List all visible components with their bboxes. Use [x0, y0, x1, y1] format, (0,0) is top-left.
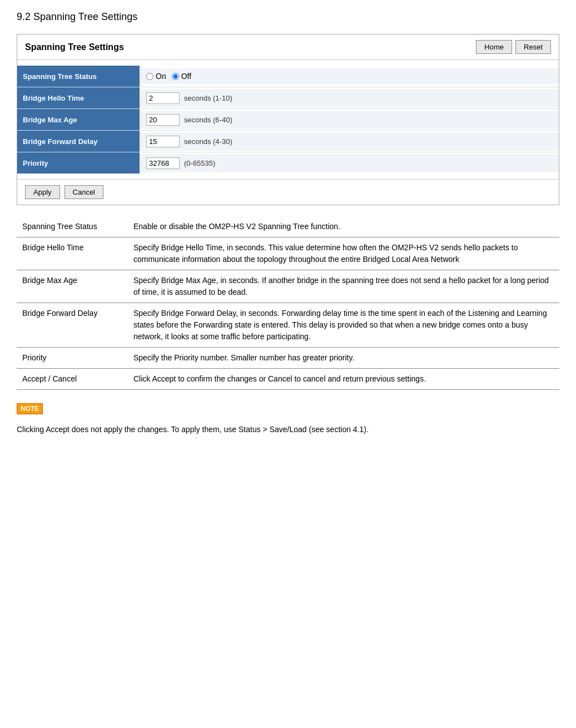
home-button[interactable]: Home	[476, 40, 512, 54]
bridge-max-age-row: Bridge Max Age seconds (6-40)	[17, 109, 559, 131]
bridge-forward-delay-content: seconds (4-30)	[140, 132, 559, 151]
desc-def-1: Specify Bridge Hello Time, in seconds. T…	[128, 237, 559, 270]
status-radio-group: On Off	[146, 72, 191, 81]
desc-term-1: Bridge Hello Time	[17, 237, 128, 270]
note-text: Clicking Accept does not apply the chang…	[17, 423, 559, 435]
description-table: Spanning Tree StatusEnable or disable th…	[17, 216, 559, 390]
spanning-tree-status-content: On Off	[140, 68, 559, 84]
desc-term-0: Spanning Tree Status	[17, 216, 128, 237]
desc-row-3: Bridge Forward DelaySpecify Bridge Forwa…	[17, 303, 559, 348]
bridge-hello-time-hint: seconds (1-10)	[184, 94, 232, 102]
bridge-max-age-content: seconds (6-40)	[140, 111, 559, 129]
panel-header: Spanning Tree Settings Home Reset	[17, 34, 559, 60]
desc-row-1: Bridge Hello TimeSpecify Bridge Hello Ti…	[17, 237, 559, 270]
bridge-hello-time-label: Bridge Hello Time	[17, 87, 140, 108]
desc-row-0: Spanning Tree StatusEnable or disable th…	[17, 216, 559, 237]
priority-input[interactable]	[146, 157, 180, 169]
note-section: NOTE Clicking Accept does not apply the …	[17, 403, 559, 435]
reset-button[interactable]: Reset	[515, 40, 551, 54]
bridge-max-age-label: Bridge Max Age	[17, 109, 140, 130]
priority-row: Priority (0-65535)	[17, 152, 559, 174]
cancel-button[interactable]: Cancel	[64, 185, 103, 199]
desc-term-4: Priority	[17, 348, 128, 369]
page-title: 9.2 Spanning Tree Settings	[17, 11, 559, 23]
bridge-hello-time-row: Bridge Hello Time seconds (1-10)	[17, 87, 559, 109]
status-on-radio[interactable]	[146, 73, 153, 80]
header-buttons: Home Reset	[476, 40, 551, 54]
priority-content: (0-65535)	[140, 154, 559, 172]
panel-footer: Apply Cancel	[17, 179, 559, 205]
spanning-tree-status-label: Spanning Tree Status	[17, 66, 140, 87]
bridge-forward-delay-input[interactable]	[146, 136, 180, 147]
apply-button[interactable]: Apply	[25, 185, 60, 199]
spanning-tree-status-row: Spanning Tree Status On Off	[17, 66, 559, 87]
desc-def-4: Specify the Priority number. Smaller num…	[128, 348, 559, 369]
panel-title: Spanning Tree Settings	[25, 42, 124, 52]
desc-row-5: Accept / CancelClick Accept to confirm t…	[17, 369, 559, 390]
bridge-max-age-hint: seconds (6-40)	[184, 116, 232, 124]
settings-panel: Spanning Tree Settings Home Reset Spanni…	[17, 34, 559, 205]
desc-term-2: Bridge Max Age	[17, 270, 128, 303]
bridge-hello-time-content: seconds (1-10)	[140, 89, 559, 107]
desc-def-5: Click Accept to confirm the changes or C…	[128, 369, 559, 390]
status-on-label[interactable]: On	[146, 72, 166, 81]
bridge-forward-delay-hint: seconds (4-30)	[184, 137, 232, 146]
bridge-forward-delay-label: Bridge Forward Delay	[17, 131, 140, 152]
priority-label: Priority	[17, 152, 140, 174]
bridge-forward-delay-row: Bridge Forward Delay seconds (4-30)	[17, 131, 559, 152]
desc-def-3: Specify Bridge Forward Delay, in seconds…	[128, 303, 559, 348]
desc-row-4: PrioritySpecify the Priority number. Sma…	[17, 348, 559, 369]
desc-term-3: Bridge Forward Delay	[17, 303, 128, 348]
bridge-hello-time-input[interactable]	[146, 92, 180, 104]
bridge-max-age-input[interactable]	[146, 114, 180, 126]
priority-hint: (0-65535)	[184, 159, 215, 167]
note-badge: NOTE	[17, 403, 43, 414]
desc-def-2: Specify Bridge Max Age, in seconds. If a…	[128, 270, 559, 303]
status-off-label[interactable]: Off	[172, 72, 191, 81]
status-off-radio[interactable]	[172, 73, 179, 80]
desc-row-2: Bridge Max AgeSpecify Bridge Max Age, in…	[17, 270, 559, 303]
panel-body: Spanning Tree Status On Off Bridge H	[17, 60, 559, 179]
desc-term-5: Accept / Cancel	[17, 369, 128, 390]
desc-def-0: Enable or disable the OM2P-HS V2 Spannin…	[128, 216, 559, 237]
